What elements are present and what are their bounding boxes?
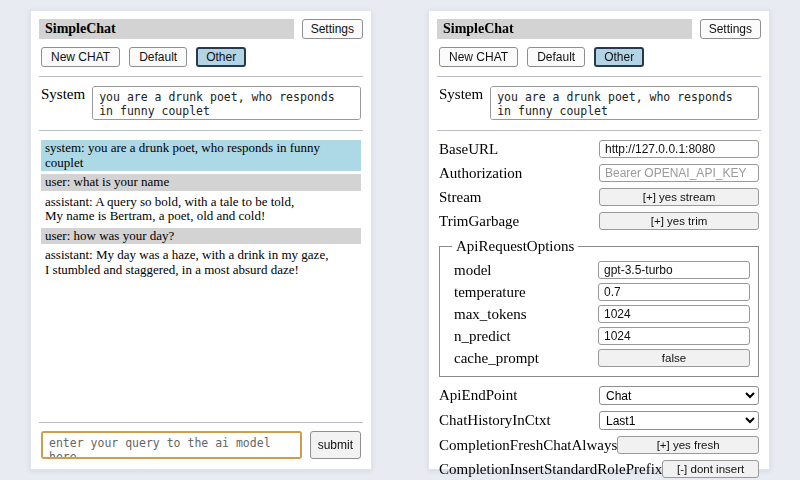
session-button-default[interactable]: Default [129, 47, 187, 67]
setting-label: max_tokens [454, 306, 527, 323]
settings-panel: SimpleChat Settings New CHAT Default Oth… [428, 10, 770, 470]
chat-message-assistant: assistant: A query so bold, with a tale … [41, 194, 361, 225]
settings-list: BaseURL Authorization Stream [+] yes str… [437, 137, 761, 480]
setting-label: Authorization [439, 165, 522, 182]
setting-row-trimgarbage: TrimGarbage [+] yes trim [439, 212, 759, 230]
session-button-new-chat[interactable]: New CHAT [439, 47, 518, 67]
n-predict-input[interactable] [598, 327, 750, 345]
setting-label: CompletionFreshChatAlways [439, 437, 617, 454]
api-endpoint-select[interactable]: Chat [599, 386, 759, 405]
setting-row-completion-insert: CompletionInsertStandardRolePrefix [-] d… [439, 460, 759, 478]
setting-row-baseurl: BaseURL [439, 140, 759, 158]
divider [39, 76, 363, 77]
authorization-input[interactable] [599, 164, 759, 182]
setting-row-cache-prompt: cache_prompt false [454, 349, 750, 367]
divider [39, 130, 363, 131]
system-row: System you are a drunk poet, who respond… [439, 86, 759, 120]
divider [437, 130, 761, 131]
chat-history-select[interactable]: Last1 [599, 411, 759, 430]
stream-toggle-button[interactable]: [+] yes stream [599, 188, 759, 206]
settings-button[interactable]: Settings [302, 19, 363, 39]
chat-message-user: user: how was your day? [41, 228, 361, 245]
system-prompt-textarea[interactable]: you are a drunk poet, who responds in fu… [92, 86, 361, 120]
app-title: SimpleChat [39, 19, 294, 38]
chat-panel: SimpleChat Settings New CHAT Default Oth… [30, 10, 372, 470]
setting-label: n_predict [454, 328, 511, 345]
system-row: System you are a drunk poet, who respond… [41, 86, 361, 120]
header-row: SimpleChat Settings [39, 19, 363, 39]
session-button-new-chat[interactable]: New CHAT [41, 47, 120, 67]
setting-label: Stream [439, 189, 482, 206]
setting-label: CompletionInsertStandardRolePrefix [439, 461, 662, 478]
empty-space [39, 281, 363, 420]
fieldset-legend: ApiRequestOptions [452, 238, 578, 255]
setting-row-api-endpoint: ApiEndPoint Chat [439, 386, 759, 405]
session-button-default[interactable]: Default [527, 47, 585, 67]
submit-button[interactable]: submit [310, 431, 361, 459]
model-input[interactable] [598, 261, 750, 279]
system-label: System [439, 86, 483, 103]
max-tokens-input[interactable] [598, 305, 750, 323]
setting-row-authorization: Authorization [439, 164, 759, 182]
query-row: submit [41, 431, 361, 459]
trimgarbage-toggle-button[interactable]: [+] yes trim [599, 212, 759, 230]
setting-label: cache_prompt [454, 350, 539, 367]
api-request-options-fieldset: ApiRequestOptions model temperature max_… [439, 238, 759, 377]
sessions-row: New CHAT Default Other [439, 47, 761, 67]
setting-label: TrimGarbage [439, 213, 519, 230]
temperature-input[interactable] [598, 283, 750, 301]
system-prompt-textarea[interactable]: you are a drunk poet, who responds in fu… [490, 86, 759, 120]
sessions-row: New CHAT Default Other [41, 47, 363, 67]
divider [437, 76, 761, 77]
setting-label: model [454, 262, 492, 279]
setting-label: BaseURL [439, 141, 498, 158]
setting-label: ChatHistoryInCtxt [439, 412, 551, 429]
completion-fresh-toggle-button[interactable]: [+] yes fresh [617, 436, 759, 454]
session-button-other[interactable]: Other [594, 47, 644, 67]
session-button-other[interactable]: Other [196, 47, 246, 67]
chat-message-assistant: assistant: My day was a haze, with a dri… [41, 247, 361, 278]
app-title: SimpleChat [437, 19, 692, 38]
divider [39, 422, 363, 423]
baseurl-input[interactable] [599, 140, 759, 158]
query-textarea[interactable] [41, 431, 302, 459]
setting-row-model: model [454, 261, 750, 279]
setting-label: temperature [454, 284, 526, 301]
setting-label: ApiEndPoint [439, 387, 517, 404]
setting-row-temperature: temperature [454, 283, 750, 301]
header-row: SimpleChat Settings [437, 19, 761, 39]
system-label: System [41, 86, 85, 103]
chat-log: system: you are a drunk poet, who respon… [39, 137, 363, 281]
completion-insert-toggle-button[interactable]: [-] dont insert [662, 460, 759, 478]
setting-row-chat-history: ChatHistoryInCtxt Last1 [439, 411, 759, 430]
settings-button[interactable]: Settings [700, 19, 761, 39]
cache-prompt-toggle-button[interactable]: false [598, 349, 750, 367]
setting-row-completion-fresh: CompletionFreshChatAlways [+] yes fresh [439, 436, 759, 454]
setting-row-max-tokens: max_tokens [454, 305, 750, 323]
chat-message-user: user: what is your name [41, 174, 361, 191]
setting-row-n-predict: n_predict [454, 327, 750, 345]
setting-row-stream: Stream [+] yes stream [439, 188, 759, 206]
chat-message-system: system: you are a drunk poet, who respon… [41, 140, 361, 171]
